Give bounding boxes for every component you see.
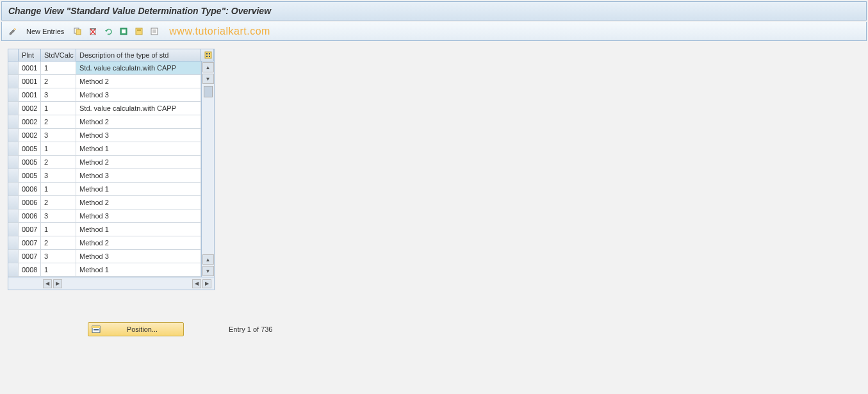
select-block-icon[interactable] bbox=[133, 26, 145, 37]
grid-header-plnt[interactable]: Plnt bbox=[19, 49, 41, 61]
row-selector[interactable] bbox=[8, 183, 19, 195]
table-row: 00053Method 3 bbox=[8, 169, 201, 183]
copy-as-icon[interactable] bbox=[72, 26, 83, 37]
scroll-up-page-icon[interactable]: ▲ bbox=[202, 254, 214, 265]
hscroll-left-icon[interactable]: ◀ bbox=[43, 279, 52, 288]
row-selector[interactable] bbox=[8, 223, 19, 236]
grid-header-selector[interactable] bbox=[8, 49, 19, 61]
cell-stdvcalc[interactable]: 3 bbox=[41, 169, 76, 182]
cell-stdvcalc[interactable]: 1 bbox=[41, 102, 76, 115]
cell-desc[interactable]: Method 1 bbox=[76, 183, 201, 195]
cell-stdvcalc[interactable]: 1 bbox=[41, 183, 76, 195]
new-entries-button[interactable]: New Entries bbox=[22, 26, 68, 37]
row-selector[interactable] bbox=[8, 75, 19, 88]
cell-plnt[interactable]: 0005 bbox=[19, 142, 41, 155]
vertical-scrollbar[interactable]: ▲ ▼ ▲ ▼ bbox=[201, 62, 214, 277]
hscroll-last-icon[interactable]: ▶ bbox=[202, 279, 211, 288]
cell-desc[interactable]: Method 3 bbox=[76, 209, 201, 222]
cell-plnt[interactable]: 0006 bbox=[19, 209, 41, 222]
row-selector[interactable] bbox=[8, 209, 19, 222]
row-selector[interactable] bbox=[8, 169, 19, 182]
scroll-thumb[interactable] bbox=[204, 86, 213, 97]
grid-settings-icon[interactable] bbox=[201, 49, 214, 61]
cell-desc[interactable]: Method 2 bbox=[76, 156, 201, 168]
cell-stdvcalc[interactable]: 2 bbox=[41, 156, 76, 168]
cell-plnt[interactable]: 0005 bbox=[19, 156, 41, 168]
row-selector[interactable] bbox=[8, 129, 19, 142]
svg-rect-12 bbox=[205, 52, 211, 58]
row-selector[interactable] bbox=[8, 250, 19, 263]
cell-desc[interactable]: Method 2 bbox=[76, 236, 201, 249]
scroll-down-step-icon[interactable]: ▼ bbox=[202, 74, 214, 84]
cell-plnt[interactable]: 0001 bbox=[19, 75, 41, 88]
table-row: 00081Method 1 bbox=[8, 263, 201, 277]
row-selector[interactable] bbox=[8, 62, 19, 74]
table-row: 00071Method 1 bbox=[8, 223, 201, 236]
position-button[interactable]: Position... bbox=[88, 322, 184, 336]
cell-desc[interactable]: Std. value calculatn.with CAPP bbox=[76, 62, 201, 74]
cell-stdvcalc[interactable]: 1 bbox=[41, 62, 76, 74]
footer-row: Position... Entry 1 of 736 bbox=[8, 322, 860, 336]
cell-stdvcalc[interactable]: 2 bbox=[41, 75, 76, 88]
toolbar: New Entries www.tutorialkart.com bbox=[1, 22, 867, 41]
row-selector[interactable] bbox=[8, 115, 19, 128]
grid-header-desc[interactable]: Description of the type of std bbox=[76, 49, 201, 61]
cell-stdvcalc[interactable]: 2 bbox=[41, 115, 76, 128]
cell-desc[interactable]: Method 3 bbox=[76, 169, 201, 182]
grid-header-stdvcalc[interactable]: StdVCalc bbox=[41, 49, 76, 61]
cell-desc[interactable]: Method 3 bbox=[76, 250, 201, 263]
cell-desc[interactable]: Method 1 bbox=[76, 223, 201, 236]
deselect-all-icon[interactable] bbox=[149, 26, 160, 37]
undo-change-icon[interactable] bbox=[102, 26, 114, 37]
cell-plnt[interactable]: 0006 bbox=[19, 183, 41, 195]
toggle-display-change-icon[interactable] bbox=[7, 26, 19, 37]
hscroll-right-icon[interactable]: ▶ bbox=[53, 279, 62, 288]
cell-stdvcalc[interactable]: 3 bbox=[41, 88, 76, 101]
scroll-down-icon[interactable]: ▼ bbox=[202, 266, 214, 276]
cell-plnt[interactable]: 0007 bbox=[19, 250, 41, 263]
select-all-icon[interactable] bbox=[118, 26, 129, 37]
hscroll-first-icon[interactable]: ◀ bbox=[192, 279, 201, 288]
cell-desc[interactable]: Method 1 bbox=[76, 142, 201, 155]
cell-plnt[interactable]: 0001 bbox=[19, 88, 41, 101]
cell-plnt[interactable]: 0002 bbox=[19, 129, 41, 142]
row-selector[interactable] bbox=[8, 142, 19, 155]
svg-rect-19 bbox=[94, 329, 99, 330]
cell-stdvcalc[interactable]: 1 bbox=[41, 223, 76, 236]
svg-rect-16 bbox=[209, 56, 210, 57]
row-selector[interactable] bbox=[8, 102, 19, 115]
cell-desc[interactable]: Method 2 bbox=[76, 75, 201, 88]
cell-desc[interactable]: Method 1 bbox=[76, 263, 201, 276]
cell-plnt[interactable]: 0007 bbox=[19, 236, 41, 249]
cell-stdvcalc[interactable]: 2 bbox=[41, 236, 76, 249]
cell-plnt[interactable]: 0006 bbox=[19, 196, 41, 209]
cell-plnt[interactable]: 0008 bbox=[19, 263, 41, 276]
cell-stdvcalc[interactable]: 3 bbox=[41, 250, 76, 263]
row-selector[interactable] bbox=[8, 196, 19, 209]
cell-plnt[interactable]: 0005 bbox=[19, 169, 41, 182]
row-selector[interactable] bbox=[8, 88, 19, 101]
cell-stdvcalc[interactable]: 1 bbox=[41, 263, 76, 276]
cell-stdvcalc[interactable]: 2 bbox=[41, 196, 76, 209]
row-selector[interactable] bbox=[8, 236, 19, 249]
cell-plnt[interactable]: 0001 bbox=[19, 62, 41, 74]
delete-icon[interactable] bbox=[87, 26, 99, 37]
cell-plnt[interactable]: 0002 bbox=[19, 115, 41, 128]
scroll-up-icon[interactable]: ▲ bbox=[202, 62, 214, 72]
cell-desc[interactable]: Method 3 bbox=[76, 129, 201, 142]
cell-desc[interactable]: Method 2 bbox=[76, 115, 201, 128]
cell-desc[interactable]: Method 2 bbox=[76, 196, 201, 209]
cell-stdvcalc[interactable]: 1 bbox=[41, 142, 76, 155]
svg-rect-8 bbox=[136, 28, 142, 35]
cell-plnt[interactable]: 0002 bbox=[19, 102, 41, 115]
table-row: 00011Std. value calculatn.with CAPP bbox=[8, 62, 201, 75]
row-selector[interactable] bbox=[8, 263, 19, 276]
cell-stdvcalc[interactable]: 3 bbox=[41, 129, 76, 142]
cell-stdvcalc[interactable]: 3 bbox=[41, 209, 76, 222]
grid-header-row: Plnt StdVCalc Description of the type of… bbox=[8, 49, 214, 62]
cell-plnt[interactable]: 0007 bbox=[19, 223, 41, 236]
cell-desc[interactable]: Method 3 bbox=[76, 88, 201, 101]
svg-rect-14 bbox=[209, 53, 210, 54]
row-selector[interactable] bbox=[8, 156, 19, 168]
cell-desc[interactable]: Std. value calculatn.with CAPP bbox=[76, 102, 201, 115]
